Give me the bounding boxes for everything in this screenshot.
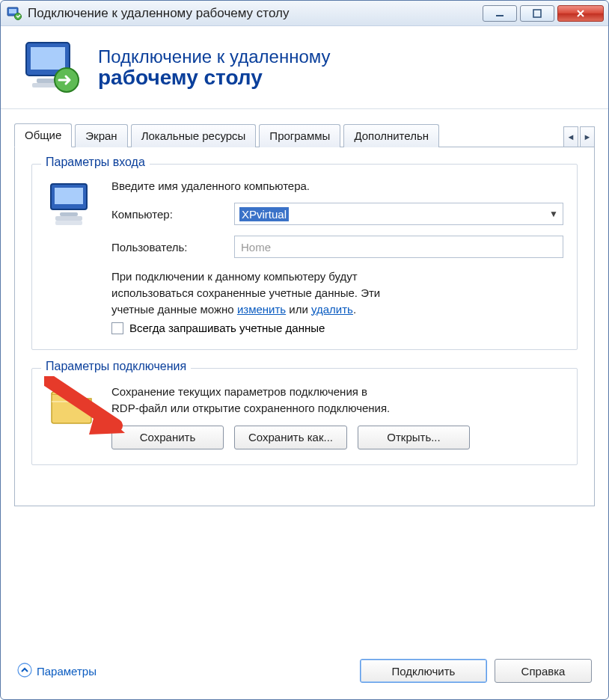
saved-credentials-text: При подключении к данному компьютеру буд…: [111, 268, 530, 317]
save-as-button[interactable]: Сохранить как...: [234, 426, 347, 449]
row-always-ask: Всегда запрашивать учетные данные: [111, 322, 563, 334]
save-button[interactable]: Сохранить: [111, 426, 224, 449]
maximize-button[interactable]: [520, 5, 554, 22]
tab-display[interactable]: Экран: [75, 124, 127, 147]
row-computer: Компьютер: XPvirtual ▼: [111, 203, 563, 225]
svg-rect-13: [55, 216, 82, 221]
tab-strip: Общие Экран Локальные ресурсы Программы …: [14, 123, 595, 147]
connection-text: Сохранение текущих параметров подключени…: [111, 384, 530, 417]
tab-general[interactable]: Общие: [14, 123, 72, 147]
folder-icon: [46, 384, 98, 449]
options-expander[interactable]: Параметры: [17, 663, 97, 680]
computer-combobox[interactable]: XPvirtual ▼: [234, 203, 563, 225]
tab-scroll: ◄ ►: [563, 126, 595, 147]
label-always-ask: Всегда запрашивать учетные данные: [129, 322, 325, 334]
groupbox-logon: Параметры входа Введите имя удаленного к…: [31, 164, 578, 350]
tab-advanced[interactable]: Дополнительн: [343, 124, 439, 147]
dialog-footer: Параметры Подключить Справка: [1, 647, 608, 699]
dropdown-arrow-icon: ▼: [549, 209, 558, 219]
user-value: Home: [241, 241, 271, 254]
svg-rect-12: [60, 212, 78, 216]
monitor-icon: [46, 179, 98, 334]
dialog-window: Подключение к удаленному рабочему столу: [0, 0, 609, 700]
rdp-banner-icon: [22, 37, 85, 99]
banner: Подключение к удаленному рабочему столу: [1, 26, 608, 109]
svg-rect-14: [55, 221, 82, 225]
legend-connection: Параметры подключения: [41, 360, 191, 373]
tab-scroll-left[interactable]: ◄: [563, 126, 578, 147]
banner-line1: Подключение к удаленному: [98, 46, 331, 67]
tab-panel-general: Параметры входа Введите имя удаленного к…: [14, 147, 595, 506]
svg-point-15: [18, 663, 31, 677]
close-button[interactable]: [557, 5, 604, 22]
groupbox-connection: Параметры подключения Сохранение текущих…: [31, 368, 578, 465]
tab-scroll-right[interactable]: ►: [580, 126, 595, 147]
user-field[interactable]: Home: [234, 236, 563, 258]
link-edit-credentials[interactable]: изменить: [237, 303, 286, 316]
options-label: Параметры: [37, 665, 97, 678]
collapse-icon: [17, 663, 32, 680]
checkbox-always-ask[interactable]: [111, 322, 123, 334]
computer-value: XPvirtual: [239, 207, 289, 221]
banner-text: Подключение к удаленному рабочему столу: [98, 46, 331, 90]
link-delete-credentials[interactable]: удалить: [311, 303, 353, 316]
tab-local-resources[interactable]: Локальные ресурсы: [131, 124, 257, 147]
minimize-button[interactable]: [483, 5, 517, 22]
banner-line2: рабочему столу: [98, 66, 331, 90]
open-button[interactable]: Открыть...: [358, 426, 470, 449]
help-button[interactable]: Справка: [495, 659, 592, 683]
connect-button[interactable]: Подключить: [360, 659, 487, 683]
tab-area: Общие Экран Локальные ресурсы Программы …: [1, 109, 608, 506]
svg-rect-6: [31, 47, 65, 70]
rdp-app-icon: [7, 6, 22, 21]
titlebar: Подключение к удаленному рабочему столу: [1, 1, 608, 26]
window-controls: [483, 5, 604, 22]
window-title: Подключение к удаленному рабочему столу: [28, 6, 483, 21]
label-computer: Компьютер:: [111, 208, 224, 221]
svg-rect-3: [496, 15, 504, 16]
legend-logon: Параметры входа: [41, 156, 150, 169]
row-user: Пользователь: Home: [111, 236, 563, 258]
logon-intro-text: Введите имя удаленного компьютера.: [111, 179, 563, 192]
svg-rect-1: [9, 9, 16, 13]
svg-rect-4: [533, 10, 541, 17]
label-user: Пользователь:: [111, 241, 224, 254]
svg-rect-11: [55, 188, 83, 204]
tab-programs[interactable]: Программы: [259, 124, 340, 147]
